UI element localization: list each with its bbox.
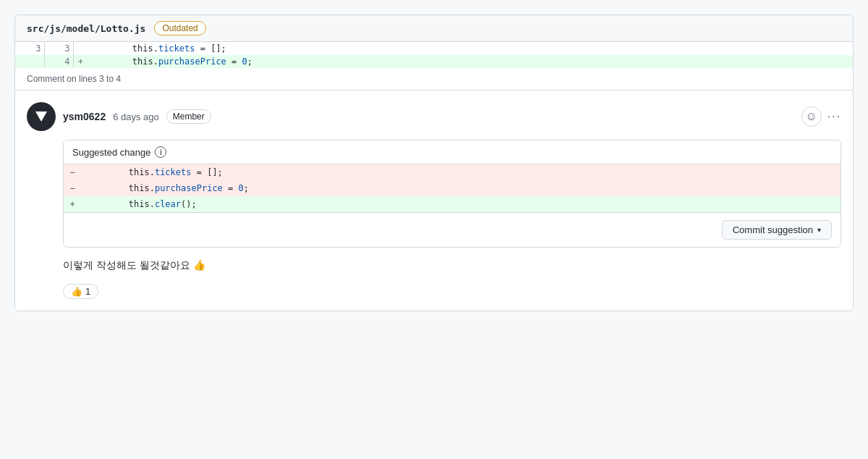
old-line-num — [15, 55, 44, 68]
suggested-change-box: Suggested change i − this.tickets = []; … — [63, 140, 841, 248]
outdated-badge: Outdated — [154, 21, 205, 35]
comment-text: 이렇게 작성해도 될것같아요 👍 — [63, 259, 841, 272]
reaction-count: 1 — [85, 286, 90, 297]
old-line-num: 3 — [15, 42, 44, 55]
emoji-icon: ☺ — [805, 110, 817, 123]
chevron-down-icon: ▾ — [817, 226, 821, 234]
table-row: 4 + this.purchasePrice = 0; — [15, 55, 853, 68]
suggestion-diff-table: − this.tickets = []; − this.purchasePric… — [64, 164, 841, 212]
timestamp: 6 days ago — [113, 111, 159, 122]
emoji-reaction-button[interactable]: ☺ — [801, 106, 822, 127]
line-sign: + — [73, 55, 88, 68]
diff-table: 3 3 this.tickets = []; 4 + this.purchase… — [15, 42, 853, 68]
comment-header-left: ysm0622 6 days ago Member — [27, 102, 211, 131]
username[interactable]: ysm0622 — [63, 111, 106, 122]
line-code: this.purchasePrice = 0; — [81, 180, 841, 196]
line-code: this.clear(); — [81, 196, 841, 212]
line-code: this.tickets = []; — [81, 164, 841, 180]
table-row: − this.purchasePrice = 0; — [64, 180, 841, 196]
line-sign — [73, 42, 88, 55]
comment-label: Comment on lines 3 to 4 — [15, 68, 853, 90]
new-line-num: 4 — [44, 55, 73, 68]
table-row: + this.clear(); — [64, 196, 841, 212]
commit-area: Commit suggestion ▾ — [64, 212, 841, 247]
line-code: this.purchasePrice = 0; — [88, 55, 853, 68]
thumbsup-emoji-icon: 👍 — [71, 286, 82, 297]
reactions-row: 👍 1 — [63, 284, 841, 299]
info-icon: i — [155, 146, 166, 158]
line-sign: + — [64, 196, 81, 212]
suggested-change-header: Suggested change i — [64, 140, 841, 164]
line-code: this.tickets = []; — [88, 42, 853, 55]
file-path: src/js/model/Lotto.js — [27, 23, 145, 34]
comment-header: ysm0622 6 days ago Member ☺ ··· — [27, 102, 841, 131]
suggested-change-label: Suggested change — [72, 147, 150, 158]
commit-suggestion-label: Commit suggestion — [733, 224, 813, 235]
table-row: 3 3 this.tickets = []; — [15, 42, 853, 55]
thumbsup-reaction-button[interactable]: 👍 1 — [63, 284, 98, 299]
member-badge: Member — [166, 109, 211, 124]
new-line-num: 3 — [44, 42, 73, 55]
more-options-button[interactable]: ··· — [827, 110, 841, 123]
avatar — [27, 102, 56, 131]
file-header: src/js/model/Lotto.js Outdated — [15, 15, 853, 42]
commit-suggestion-button[interactable]: Commit suggestion ▾ — [722, 220, 832, 240]
comment-actions: ☺ ··· — [801, 106, 841, 127]
avatar-triangle-icon — [35, 111, 47, 122]
pr-review-container: src/js/model/Lotto.js Outdated 3 3 this.… — [14, 14, 854, 311]
line-sign: − — [64, 164, 81, 180]
review-block: ysm0622 6 days ago Member ☺ ··· Suggeste… — [15, 90, 853, 311]
table-row: − this.tickets = []; — [64, 164, 841, 180]
line-sign: − — [64, 180, 81, 196]
